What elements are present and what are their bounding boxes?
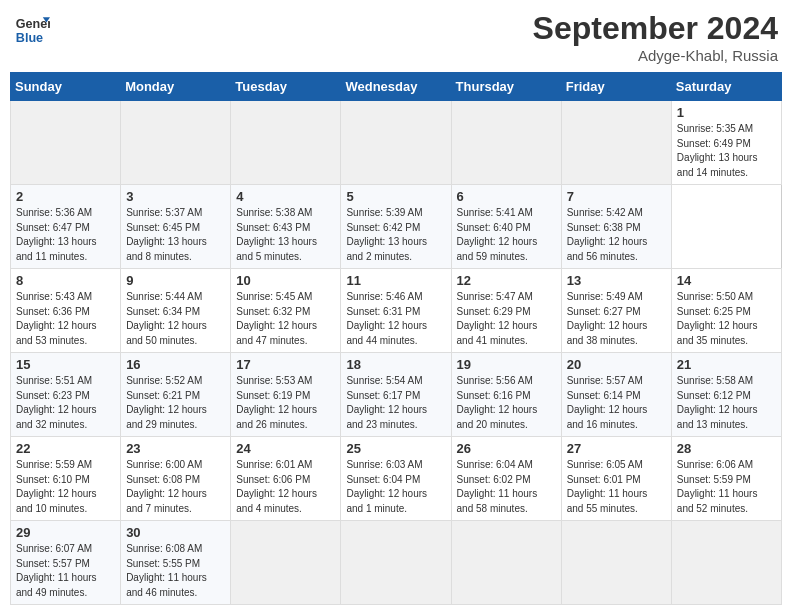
table-row [11,101,121,185]
table-row: 22Sunrise: 5:59 AMSunset: 6:10 PMDayligh… [11,437,121,521]
day-info: Sunrise: 6:01 AMSunset: 6:06 PMDaylight:… [236,458,335,516]
table-row: 11Sunrise: 5:46 AMSunset: 6:31 PMDayligh… [341,269,451,353]
table-row: 28Sunrise: 6:06 AMSunset: 5:59 PMDayligh… [671,437,781,521]
day-info: Sunrise: 6:07 AMSunset: 5:57 PMDaylight:… [16,542,115,600]
table-row: 21Sunrise: 5:58 AMSunset: 6:12 PMDayligh… [671,353,781,437]
logo: General Blue [14,10,50,46]
table-row: 2Sunrise: 5:36 AMSunset: 6:47 PMDaylight… [11,185,121,269]
day-info: Sunrise: 5:42 AMSunset: 6:38 PMDaylight:… [567,206,666,264]
day-info: Sunrise: 5:47 AMSunset: 6:29 PMDaylight:… [457,290,556,348]
day-number: 14 [677,273,776,288]
day-number: 22 [16,441,115,456]
col-monday: Monday [121,73,231,101]
table-row: 5Sunrise: 5:39 AMSunset: 6:42 PMDaylight… [341,185,451,269]
day-info: Sunrise: 5:54 AMSunset: 6:17 PMDaylight:… [346,374,445,432]
day-number: 28 [677,441,776,456]
table-row: 6Sunrise: 5:41 AMSunset: 6:40 PMDaylight… [451,185,561,269]
day-info: Sunrise: 6:08 AMSunset: 5:55 PMDaylight:… [126,542,225,600]
day-number: 30 [126,525,225,540]
table-row: 18Sunrise: 5:54 AMSunset: 6:17 PMDayligh… [341,353,451,437]
day-number: 6 [457,189,556,204]
table-row: 7Sunrise: 5:42 AMSunset: 6:38 PMDaylight… [561,185,671,269]
table-row [231,101,341,185]
day-number: 15 [16,357,115,372]
day-number: 21 [677,357,776,372]
day-info: Sunrise: 5:49 AMSunset: 6:27 PMDaylight:… [567,290,666,348]
table-row: 12Sunrise: 5:47 AMSunset: 6:29 PMDayligh… [451,269,561,353]
table-row [341,521,451,605]
table-row [121,101,231,185]
day-number: 24 [236,441,335,456]
day-number: 13 [567,273,666,288]
table-row: 10Sunrise: 5:45 AMSunset: 6:32 PMDayligh… [231,269,341,353]
day-number: 26 [457,441,556,456]
calendar-week-row: 2Sunrise: 5:36 AMSunset: 6:47 PMDaylight… [11,185,782,269]
table-row: 27Sunrise: 6:05 AMSunset: 6:01 PMDayligh… [561,437,671,521]
table-row: 23Sunrise: 6:00 AMSunset: 6:08 PMDayligh… [121,437,231,521]
calendar-week-row: 15Sunrise: 5:51 AMSunset: 6:23 PMDayligh… [11,353,782,437]
day-number: 10 [236,273,335,288]
table-row [561,101,671,185]
table-row [451,521,561,605]
table-row: 26Sunrise: 6:04 AMSunset: 6:02 PMDayligh… [451,437,561,521]
day-info: Sunrise: 5:56 AMSunset: 6:16 PMDaylight:… [457,374,556,432]
day-number: 27 [567,441,666,456]
day-info: Sunrise: 6:04 AMSunset: 6:02 PMDaylight:… [457,458,556,516]
title-block: September 2024 Adyge-Khabl, Russia [533,10,778,64]
page-header: General Blue September 2024 Adyge-Khabl,… [10,10,782,64]
day-info: Sunrise: 5:39 AMSunset: 6:42 PMDaylight:… [346,206,445,264]
calendar-header-row: Sunday Monday Tuesday Wednesday Thursday… [11,73,782,101]
day-number: 16 [126,357,225,372]
day-info: Sunrise: 6:00 AMSunset: 6:08 PMDaylight:… [126,458,225,516]
day-info: Sunrise: 5:45 AMSunset: 6:32 PMDaylight:… [236,290,335,348]
day-info: Sunrise: 5:57 AMSunset: 6:14 PMDaylight:… [567,374,666,432]
day-number: 17 [236,357,335,372]
day-info: Sunrise: 5:59 AMSunset: 6:10 PMDaylight:… [16,458,115,516]
day-info: Sunrise: 5:52 AMSunset: 6:21 PMDaylight:… [126,374,225,432]
day-info: Sunrise: 5:41 AMSunset: 6:40 PMDaylight:… [457,206,556,264]
day-number: 12 [457,273,556,288]
table-row: 15Sunrise: 5:51 AMSunset: 6:23 PMDayligh… [11,353,121,437]
table-row: 17Sunrise: 5:53 AMSunset: 6:19 PMDayligh… [231,353,341,437]
day-number: 25 [346,441,445,456]
col-thursday: Thursday [451,73,561,101]
location: Adyge-Khabl, Russia [533,47,778,64]
col-tuesday: Tuesday [231,73,341,101]
day-number: 5 [346,189,445,204]
day-number: 11 [346,273,445,288]
day-info: Sunrise: 5:43 AMSunset: 6:36 PMDaylight:… [16,290,115,348]
day-number: 3 [126,189,225,204]
table-row: 24Sunrise: 6:01 AMSunset: 6:06 PMDayligh… [231,437,341,521]
table-row [671,521,781,605]
table-row [341,101,451,185]
col-sunday: Sunday [11,73,121,101]
day-number: 9 [126,273,225,288]
table-row [451,101,561,185]
day-info: Sunrise: 5:36 AMSunset: 6:47 PMDaylight:… [16,206,115,264]
day-info: Sunrise: 5:53 AMSunset: 6:19 PMDaylight:… [236,374,335,432]
day-info: Sunrise: 5:50 AMSunset: 6:25 PMDaylight:… [677,290,776,348]
table-row [561,521,671,605]
logo-icon: General Blue [14,10,50,46]
table-row: 9Sunrise: 5:44 AMSunset: 6:34 PMDaylight… [121,269,231,353]
calendar-week-row: 1Sunrise: 5:35 AMSunset: 6:49 PMDaylight… [11,101,782,185]
day-info: Sunrise: 6:06 AMSunset: 5:59 PMDaylight:… [677,458,776,516]
day-number: 1 [677,105,776,120]
calendar-week-row: 8Sunrise: 5:43 AMSunset: 6:36 PMDaylight… [11,269,782,353]
day-info: Sunrise: 6:05 AMSunset: 6:01 PMDaylight:… [567,458,666,516]
table-row: 20Sunrise: 5:57 AMSunset: 6:14 PMDayligh… [561,353,671,437]
day-number: 8 [16,273,115,288]
day-info: Sunrise: 5:35 AMSunset: 6:49 PMDaylight:… [677,122,776,180]
day-number: 19 [457,357,556,372]
table-row [231,521,341,605]
day-number: 4 [236,189,335,204]
calendar-table: Sunday Monday Tuesday Wednesday Thursday… [10,72,782,605]
day-number: 29 [16,525,115,540]
table-row: 25Sunrise: 6:03 AMSunset: 6:04 PMDayligh… [341,437,451,521]
col-saturday: Saturday [671,73,781,101]
day-info: Sunrise: 5:51 AMSunset: 6:23 PMDaylight:… [16,374,115,432]
day-number: 20 [567,357,666,372]
svg-text:Blue: Blue [16,31,43,45]
table-row: 1Sunrise: 5:35 AMSunset: 6:49 PMDaylight… [671,101,781,185]
day-number: 7 [567,189,666,204]
